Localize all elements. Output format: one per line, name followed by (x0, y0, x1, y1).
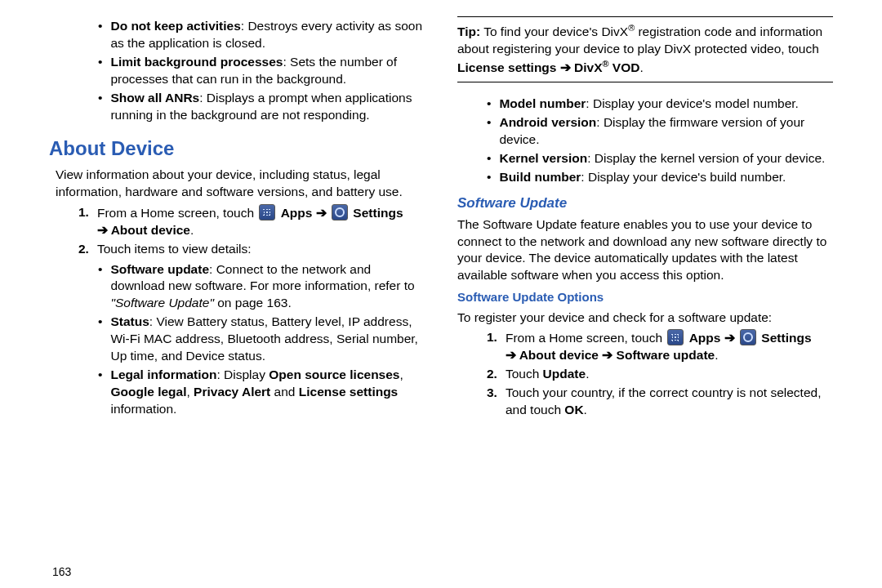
software-update-steps: 1. From a Home screen, touch Apps ➔ Sett… (457, 327, 833, 421)
bullet-kernel-version: • Kernel version: Display the kernel ver… (487, 150, 833, 167)
bullet-software-update: • Software update: Connect to the networ… (98, 261, 425, 313)
bullet-model-number: • Model number: Display your device's mo… (487, 96, 833, 113)
bullet-android-version: • Android version: Display the firmware … (487, 114, 833, 149)
settings-icon (332, 204, 348, 220)
about-device-steps: 1. From a Home screen, touch Apps ➔ Sett… (49, 203, 425, 260)
right-column: Tip: To find your device's DivX® registr… (457, 16, 833, 580)
su-step-2: 2. Touch Update. (487, 366, 833, 383)
bullet-build-number: • Build number: Display your device's bu… (487, 169, 833, 186)
software-update-para: The Software Update feature enables you … (457, 216, 833, 285)
step-2: 2. Touch items to view details: (78, 241, 425, 258)
left-column: • Do not keep activities: Destroys every… (49, 16, 425, 580)
manual-page: • Do not keep activities: Destroys every… (0, 0, 882, 588)
bullet-do-not-keep: • Do not keep activities: Destroys every… (98, 18, 425, 52)
about-device-intro: View information about your device, incl… (49, 167, 425, 201)
about-device-bullets-right: • Model number: Display your device's mo… (457, 94, 833, 188)
apps-icon (667, 329, 684, 345)
register-intro: To register your device and check for a … (457, 310, 833, 327)
su-step-1: 1. From a Home screen, touch Apps ➔ Sett… (487, 329, 833, 364)
heading-about-device: About Device (49, 136, 425, 162)
step-1: 1. From a Home screen, touch Apps ➔ Sett… (78, 204, 425, 239)
su-step-3: 3. Touch your country, if the correct co… (487, 385, 833, 419)
bullet-limit-bg: • Limit background processes: Sets the n… (98, 54, 425, 88)
bullet-legal-info: • Legal information: Display Open source… (98, 367, 425, 418)
dev-options-bullets: • Do not keep activities: Destroys every… (49, 16, 425, 126)
tip-box: Tip: To find your device's DivX® registr… (457, 16, 833, 82)
settings-icon (740, 329, 756, 345)
heading-software-update: Software Update (457, 194, 833, 213)
bullet-show-anrs: • Show all ANRs: Displays a prompt when … (98, 90, 425, 124)
about-device-details: • Software update: Connect to the networ… (49, 260, 425, 420)
bullet-status: • Status: View Battery status, Battery l… (98, 314, 425, 365)
apps-icon (259, 204, 275, 220)
page-number: 163 (49, 564, 425, 580)
heading-software-update-options: Software Update Options (457, 289, 833, 305)
